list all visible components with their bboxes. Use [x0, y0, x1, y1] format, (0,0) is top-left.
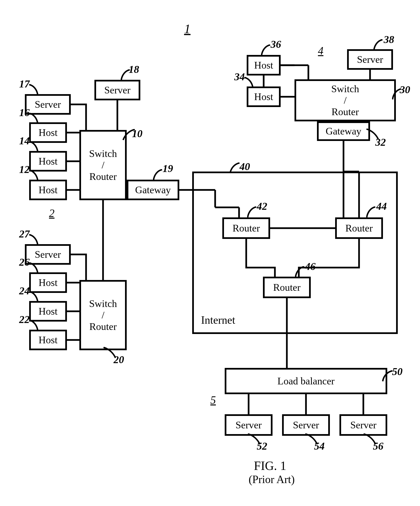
refnum-20: 20: [114, 353, 124, 366]
refnum-56: 56: [373, 440, 383, 452]
refnum-10: 10: [132, 127, 142, 140]
refnum-17: 17: [19, 78, 30, 90]
region-2-label: 2: [49, 207, 54, 220]
refnum-40: 40: [239, 160, 250, 173]
node-router-42: Router: [222, 217, 270, 239]
refnum-46: 46: [305, 260, 316, 273]
refnum-12: 12: [19, 163, 30, 176]
refnum-26: 26: [19, 256, 30, 268]
node-switch-router-10: Switch / Router: [79, 130, 127, 200]
region-5-label: 5: [210, 394, 216, 406]
node-host-22: Host: [29, 330, 67, 350]
refnum-22: 22: [19, 313, 30, 326]
refnum-34: 34: [234, 71, 245, 83]
refnum-44: 44: [376, 200, 387, 212]
figure-caption-line1: FIG. 1: [254, 459, 286, 473]
refnum-24: 24: [19, 285, 30, 297]
figure-caption-line2: (Prior Art): [249, 473, 295, 486]
refnum-30: 30: [400, 84, 410, 96]
diagram-canvas: 1 Server 18 Server 17 Host 16 Host 14 Ho…: [0, 0, 420, 506]
node-server-18: Server: [95, 80, 140, 100]
refnum-32: 32: [375, 136, 386, 148]
node-host-24: Host: [29, 301, 67, 322]
node-switch-router-20: Switch / Router: [79, 280, 127, 350]
node-host-16: Host: [29, 122, 67, 143]
refnum-50: 50: [392, 366, 403, 378]
node-host-12: Host: [29, 180, 67, 200]
refnum-19: 19: [163, 162, 173, 175]
node-router-46: Router: [263, 277, 311, 298]
node-server-17: Server: [25, 94, 71, 115]
node-host-36: Host: [247, 55, 281, 75]
refnum-54: 54: [314, 440, 325, 452]
node-server-54: Server: [282, 414, 330, 436]
region-4-label: 4: [318, 44, 323, 57]
node-server-27: Server: [25, 244, 71, 265]
refnum-38: 38: [384, 33, 394, 46]
refnum-52: 52: [257, 440, 267, 452]
node-server-52: Server: [225, 414, 272, 436]
node-internet-box: Internet: [192, 172, 398, 334]
node-router-44: Router: [335, 217, 383, 239]
node-host-26: Host: [29, 272, 67, 293]
refnum-36: 36: [271, 38, 281, 50]
node-host-34: Host: [247, 87, 281, 107]
node-gateway-19: Gateway: [127, 180, 179, 200]
node-load-balancer-50: Load balancer: [225, 368, 387, 394]
node-server-38: Server: [347, 49, 393, 70]
refnum-42: 42: [257, 200, 267, 212]
refnum-27: 27: [19, 228, 30, 240]
refnum-16: 16: [19, 107, 30, 119]
refnum-14: 14: [19, 135, 30, 147]
node-gateway-32: Gateway: [317, 121, 370, 141]
internet-label: Internet: [201, 314, 235, 326]
node-switch-router-30: Switch / Router: [294, 79, 396, 121]
node-server-56: Server: [339, 414, 387, 436]
refnum-18: 18: [129, 63, 139, 75]
figure-number: 1: [184, 21, 190, 36]
node-host-14: Host: [29, 151, 67, 172]
